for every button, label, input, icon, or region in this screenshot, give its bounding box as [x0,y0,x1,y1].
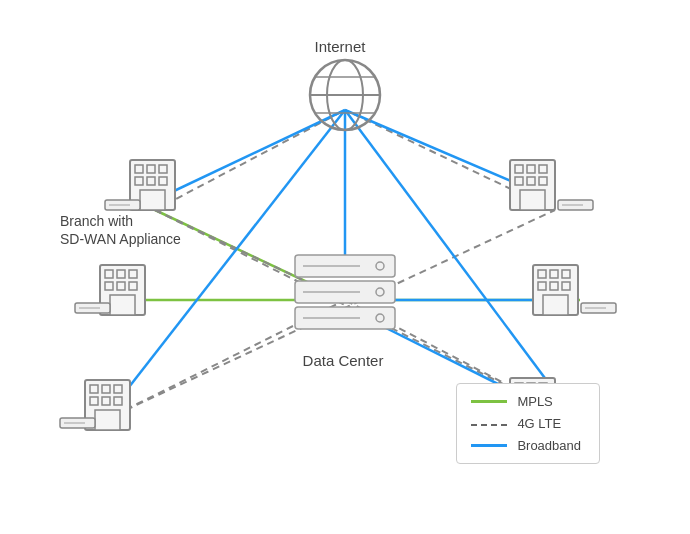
branch-top-right [510,160,593,210]
svg-rect-37 [140,190,165,210]
mpls-label: MPLS [517,394,552,409]
datacenter-icon [295,255,395,329]
broadband-label: Broadband [517,438,581,453]
svg-rect-57 [95,410,120,430]
branch-label: Branch withSD-WAN Appliance [60,212,181,248]
lte-line-icon [471,424,507,426]
internet-label: Internet [290,38,390,55]
svg-line-3 [155,110,345,210]
svg-rect-47 [110,295,135,315]
branch-bot-left [60,380,130,430]
legend-mpls: MPLS [471,394,581,409]
lte-label: 4G LTE [517,416,561,431]
legend-lte: 4G LTE [471,416,581,431]
svg-rect-77 [543,295,568,315]
svg-rect-67 [520,190,545,210]
branch-mid-left [75,265,145,315]
mpls-line-icon [471,400,507,403]
svg-line-10 [155,110,345,200]
branch-mid-right [533,265,616,315]
legend-broadband: Broadband [471,438,581,453]
legend-box: MPLS 4G LTE Broadband [456,383,600,464]
diagram-container: Internet Data Center Branch withSD-WAN A… [0,0,690,534]
branch-top-left [105,160,175,210]
datacenter-label: Data Center [288,352,398,369]
broadband-line-icon [471,444,507,447]
